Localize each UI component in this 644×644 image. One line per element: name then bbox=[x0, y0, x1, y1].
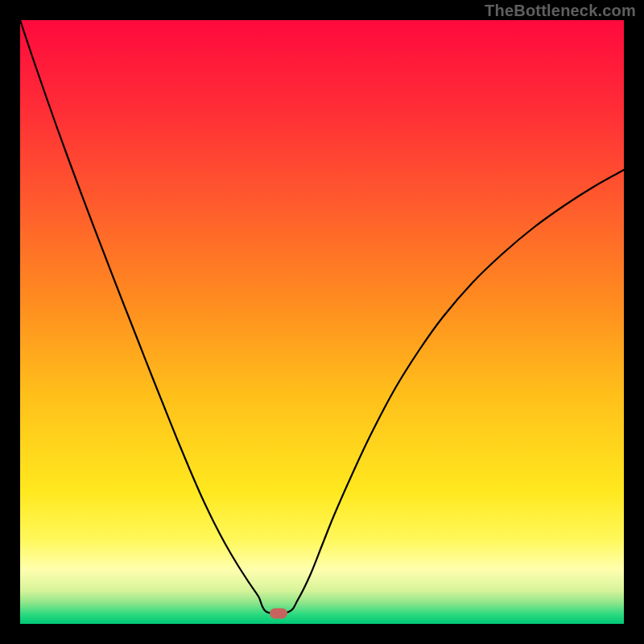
watermark-text: TheBottleneck.com bbox=[485, 2, 636, 20]
optimal-point-marker bbox=[270, 608, 287, 618]
plot-area bbox=[20, 20, 624, 624]
chart-frame: TheBottleneck.com bbox=[0, 0, 644, 644]
bottleneck-curve bbox=[20, 20, 624, 624]
